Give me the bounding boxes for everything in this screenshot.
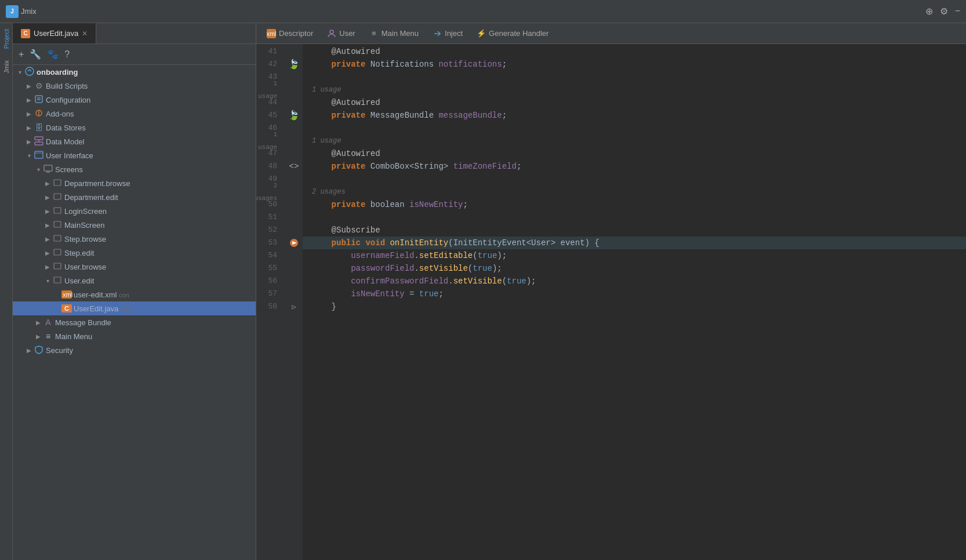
- minimize-icon[interactable]: −: [955, 6, 960, 17]
- svg-rect-21: [54, 277, 61, 283]
- gc-55: [285, 262, 303, 275]
- app-logo: J: [6, 5, 19, 18]
- gc-56: [285, 275, 303, 288]
- config-icon: [34, 94, 44, 106]
- addons-arrow: ▶: [24, 111, 34, 117]
- tree-item-dept-browse[interactable]: ▶ Department.browse: [13, 176, 256, 190]
- config-arrow: ▶: [24, 97, 34, 103]
- ln-54: 54: [256, 249, 281, 262]
- ln-48: 48: [256, 160, 281, 173]
- main-layout: Project Jmix C UserEdit.java ✕ + 🔧 🐾 ? ▾: [0, 23, 966, 560]
- add-toolbar-icon[interactable]: +: [17, 48, 25, 61]
- gc-58: ▷: [285, 300, 303, 313]
- code-line-45: private MessageBundle messageBundle;: [303, 109, 966, 122]
- project-tree: ▾ onboarding ▶ ⚙ Build Scripts ▶ Configu…: [13, 65, 256, 560]
- security-label: Security: [44, 346, 256, 355]
- gc-51: [285, 211, 303, 224]
- tree-item-user-edit-xml[interactable]: xml user-edit.xml con: [13, 288, 256, 301]
- tree-item-data-model[interactable]: ▶ Data Model: [13, 134, 256, 148]
- mainmenu-arrow: ▶: [34, 333, 43, 340]
- main-arrow: ▶: [43, 222, 52, 228]
- dept-browse-icon: [52, 179, 63, 188]
- tree-item-main-screen[interactable]: ▶ MainScreen: [13, 218, 256, 232]
- tree-item-build-scripts[interactable]: ▶ ⚙ Build Scripts: [13, 79, 256, 93]
- java-file-icon: C: [21, 29, 30, 38]
- tree-root[interactable]: ▾ onboarding: [13, 65, 256, 79]
- svg-rect-1: [35, 96, 42, 103]
- gc-43: [285, 71, 303, 83]
- gc-usage-50: [285, 186, 303, 198]
- tab-close-icon[interactable]: ✕: [82, 30, 88, 38]
- help-toolbar-icon[interactable]: ?: [63, 48, 71, 61]
- sidebar-tab-project[interactable]: Project: [1, 23, 12, 54]
- settings-icon[interactable]: ⚙: [940, 6, 948, 17]
- ln-42: 42: [256, 58, 281, 71]
- inject-button[interactable]: Inject: [427, 27, 469, 41]
- build-scripts-arrow: ▶: [24, 83, 34, 89]
- descriptor-button[interactable]: xml Descriptor: [261, 27, 319, 41]
- add-icon[interactable]: ⊕: [925, 6, 933, 17]
- config-label: Configuration: [44, 96, 256, 104]
- tree-item-addons[interactable]: ▶ Add-ons: [13, 107, 256, 121]
- sidebar-tab-jmix[interactable]: Jmix: [1, 54, 12, 79]
- code-line-usage-before-47: 1 usage: [303, 134, 966, 147]
- code-content[interactable]: @Autowired private Notifications notific…: [303, 44, 966, 560]
- code-line-54: usernameField.setEditable(true);: [303, 249, 966, 262]
- code-area: xml Descriptor User ≡ Main Menu Inject: [256, 23, 966, 560]
- tree-item-dept-edit[interactable]: ▶ Department.edit: [13, 190, 256, 204]
- tree-item-main-menu[interactable]: ▶ ≡ Main Menu: [13, 329, 256, 343]
- security-icon: [34, 345, 44, 356]
- gc-44: [285, 96, 303, 109]
- tree-item-login-screen[interactable]: ▶ LoginScreen: [13, 204, 256, 218]
- paw-toolbar-icon[interactable]: 🐾: [46, 48, 60, 61]
- tree-item-step-edit[interactable]: ▶ Step.edit: [13, 246, 256, 260]
- tree-item-message-bundle[interactable]: ▶ A Message Bundle: [13, 315, 256, 329]
- vertical-sidebar: Project Jmix: [0, 23, 13, 560]
- build-scripts-icon: ⚙: [34, 81, 44, 90]
- tree-item-screens[interactable]: ▾ Screens: [13, 162, 256, 176]
- code-line-57: isNewEntity = true;: [303, 288, 966, 300]
- datamodel-icon: [34, 136, 44, 147]
- datastores-arrow: ▶: [24, 125, 34, 131]
- root-arrow: ▾: [15, 69, 24, 75]
- ui-label: User Interface: [44, 151, 256, 160]
- gc-52: [285, 224, 303, 237]
- code-line-43: [303, 71, 966, 83]
- code-editor[interactable]: 41 42 43 1 usage 44 45 46 1 usage 47 48 …: [256, 44, 966, 560]
- file-tab-bar: C UserEdit.java ✕: [13, 23, 256, 44]
- main-menu-button[interactable]: ≡ Main Menu: [364, 27, 424, 41]
- xml-file-icon: xml: [61, 290, 72, 299]
- tree-item-user-interface[interactable]: ▾ User Interface: [13, 148, 256, 162]
- security-arrow: ▶: [24, 347, 34, 354]
- code-line-usage-before-50: 2 usages: [303, 186, 966, 198]
- ln-57: 57: [256, 288, 281, 300]
- tab-useredit[interactable]: C UserEdit.java ✕: [13, 23, 96, 43]
- code-line-55: passwordField.setVisible(true);: [303, 262, 966, 275]
- wrench-toolbar-icon[interactable]: 🔧: [28, 48, 42, 61]
- code-gutter: 🍃 🍃 <>: [285, 44, 303, 560]
- code-line-41: @Autowired: [303, 45, 966, 58]
- ln-56: 56: [256, 275, 281, 288]
- gc-45: 🍃: [285, 109, 303, 122]
- user-button[interactable]: User: [321, 27, 361, 41]
- tree-item-security[interactable]: ▶ Security: [13, 343, 256, 357]
- code-line-48: private ComboBox<String> timeZoneField;: [303, 160, 966, 173]
- tree-item-user-browse[interactable]: ▶ User.browse: [13, 260, 256, 274]
- generate-handler-button[interactable]: ⚡ Generate Handler: [471, 27, 554, 41]
- tree-item-configuration[interactable]: ▶ Configuration: [13, 93, 256, 107]
- ln-usage-47: 1 usage: [256, 134, 281, 147]
- java-file-icon2: C: [61, 304, 72, 312]
- generate-label: Generate Handler: [489, 29, 549, 38]
- gc-41: [285, 45, 303, 58]
- mainmenu-icon: ≡: [43, 332, 53, 341]
- ln-53: 53: [256, 237, 281, 249]
- tree-item-useredit-java[interactable]: C UserEdit.java con: [13, 301, 256, 315]
- tree-item-user-edit[interactable]: ▾ User.edit: [13, 274, 256, 288]
- tree-item-step-browse[interactable]: ▶ Step.browse: [13, 232, 256, 246]
- main-label: MainScreen: [63, 221, 256, 230]
- tree-item-data-stores[interactable]: ▶ 🗄 Data Stores: [13, 121, 256, 134]
- build-scripts-label: Build Scripts: [44, 82, 256, 90]
- project-panel: C UserEdit.java ✕ + 🔧 🐾 ? ▾ onboarding: [13, 23, 256, 560]
- dept-browse-label: Department.browse: [63, 179, 256, 188]
- screens-label: Screens: [53, 165, 256, 174]
